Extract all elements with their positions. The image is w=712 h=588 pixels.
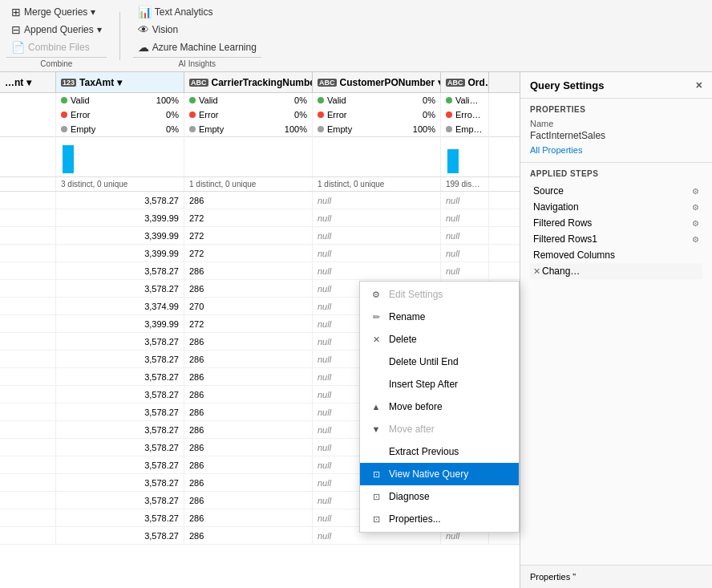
col-header-0[interactable]: …nt ▾ [0,72,56,92]
empty-dot-3 [318,126,324,132]
ctx-label-properties: Properties... [389,513,441,525]
table-cell: 286 [184,262,313,279]
col2-name: CarrierTrackingNumber [212,77,314,88]
empty-dot-1 [61,126,67,132]
valid-dot-4 [446,97,452,103]
empty-pct-2: 100% [285,124,307,134]
qs-close-button[interactable]: × [696,79,702,91]
combine-items: ⊞ Merge Queries ▾ ⊟ Append Queries ▾ 📄 C… [6,4,107,55]
ctx-item-delete-until-end[interactable]: Delete Until End [360,351,519,373]
ctx-icon-extract-previous [370,445,382,458]
ctx-icon-view-native-query: ⊡ [370,468,382,481]
error-cell-1: Error 0% [56,107,184,122]
empty-cell-4: Emp… [441,122,489,136]
bar-4 [447,149,459,173]
distinct-cell-0 [0,177,56,191]
table-cell: null [441,209,489,226]
ctx-icon-move-before: ▲ [370,400,382,413]
table-cell: 3,399.99 [56,209,184,226]
step-item-filtered-rows1[interactable]: Filtered Rows1⚙ [530,231,702,247]
text-analytics-button[interactable]: 📊 Text Analytics [133,4,261,20]
append-queries-button[interactable]: ⊟ Append Queries ▾ [6,22,107,38]
valid-cell-3: Valid 0% [313,93,441,107]
error-pct-1: 0% [166,110,179,120]
table-cell [0,368,56,385]
ctx-item-move-before[interactable]: ▲Move before [360,395,519,418]
properties-footer-text: Properties " [530,572,576,582]
table-cell: 3,399.99 [56,315,184,332]
step-item-changed-type[interactable]: ✕Chang… [530,263,702,279]
ctx-label-delete-until-end: Delete Until End [389,356,459,367]
ctx-label-edit-settings: Edit Settings [389,289,443,300]
table-cell [0,351,56,367]
table-cell: 286 [184,280,313,297]
all-properties-link[interactable]: All Properties [530,145,582,155]
append-arrow: ▾ [97,24,102,35]
table-cell [0,386,56,403]
combine-files-button[interactable]: 📄 Combine Files [6,39,107,55]
table-cell: 286 [184,403,313,420]
table-cell [0,192,56,209]
ctx-item-rename[interactable]: ✏Rename [360,306,519,328]
step-item-filtered-rows[interactable]: Filtered Rows⚙ [530,215,702,231]
step-gear-icon[interactable]: ⚙ [692,219,699,228]
error-row: Error 0% Error 0% Error 0% Erro… [0,107,520,122]
ctx-item-view-native-query[interactable]: ⊡View Native Query [360,463,519,485]
col-header-1[interactable]: 123 TaxAmt ▾ [56,72,184,92]
ctx-item-extract-previous[interactable]: Extract Previous [360,440,519,463]
divider [119,12,120,60]
error-cell-4: Erro… [441,107,489,122]
table-cell [0,474,56,491]
valid-cell-2: Valid 0% [184,93,313,107]
table-cell: 3,578.27 [56,368,184,385]
ctx-icon-insert-step-after [370,378,382,391]
col4-name: Ord… [468,77,490,88]
table-cell: null [441,227,489,244]
table-cell [0,333,56,350]
table-cell: 286 [184,527,313,544]
empty-row: Empty 0% Empty 100% Empty 100% Emp… [0,122,520,136]
properties-section: PROPERTIES Name FactInternetSales All Pr… [520,99,712,163]
name-label: Name [530,119,702,128]
ctx-item-delete[interactable]: ✕Delete [360,328,519,351]
bar-row [0,137,520,177]
append-icon: ⊟ [11,23,21,36]
table-cell [0,245,56,262]
step-item-navigation[interactable]: Navigation⚙ [530,199,702,215]
ctx-item-insert-step-after[interactable]: Insert Step After [360,373,519,395]
table-cell: 286 [184,509,313,526]
table-cell: 3,578.27 [56,262,184,279]
error-label-3: Error [327,110,346,120]
properties-footer: Properties " [520,565,712,588]
azure-ml-button[interactable]: ☁ Azure Machine Learning [133,39,261,55]
table-cell [0,439,56,456]
bar-cell-1 [56,136,184,176]
table-cell: 3,578.27 [56,527,184,544]
merge-queries-button[interactable]: ⊞ Merge Queries ▾ [6,4,107,20]
table-cell: 286 [184,351,313,367]
col3-type: ABC [318,79,337,87]
ctx-item-properties[interactable]: ⊡Properties... [360,508,519,530]
step-item-removed-columns[interactable]: Removed Columns [530,247,702,263]
error-dot-3 [318,112,324,118]
table-cell: 286 [184,421,313,438]
distinct-row: 3 distinct, 0 unique 1 distinct, 0 uniqu… [0,177,520,192]
bar-cell-0 [0,136,56,176]
col-header-2[interactable]: ABC CarrierTrackingNumber ▾ [184,72,313,92]
ctx-item-diagnose[interactable]: ⊡Diagnose [360,485,519,508]
table-cell: 286 [184,386,313,403]
step-gear-icon[interactable]: ⚙ [692,235,699,244]
step-item-source[interactable]: Source⚙ [530,183,702,199]
error-dot-4 [446,112,452,118]
vision-button[interactable]: 👁 Vision [133,22,261,38]
col-header-4[interactable]: ABC Ord… ▾ [441,72,489,92]
table-cell: null [313,262,441,279]
table-cell: 3,578.27 [56,403,184,420]
step-gear-icon[interactable]: ⚙ [692,187,699,196]
distinct-cell-2: 1 distinct, 0 unique [184,177,313,191]
table-row: 3,578.27286nullnull [0,192,520,209]
step-gear-icon[interactable]: ⚙ [692,203,699,212]
bar-cell-4 [441,136,489,176]
valid-cell-0 [0,93,56,107]
col-header-3[interactable]: ABC CustomerPONumber ▾ [313,72,441,92]
